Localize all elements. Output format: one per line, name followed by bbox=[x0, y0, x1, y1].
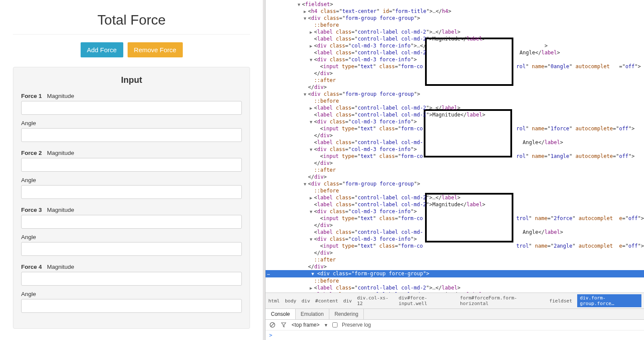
magnitude-label: Magnitude bbox=[47, 150, 74, 156]
force-group-2: Force 2Magnitude Angle bbox=[21, 150, 242, 204]
force-4-angle-input[interactable] bbox=[21, 299, 242, 313]
force-group-3: Force 3Magnitude Angle bbox=[21, 207, 242, 261]
crumb-item[interactable]: #content bbox=[315, 298, 338, 304]
expand-arrow-icon[interactable]: ▶ bbox=[309, 195, 313, 201]
force-4-magnitude-input[interactable] bbox=[21, 272, 242, 286]
console-prompt[interactable]: > bbox=[266, 331, 644, 340]
expand-dots-icon[interactable]: … bbox=[266, 270, 271, 277]
preserve-log-label: Preserve log bbox=[342, 322, 371, 328]
expand-arrow-icon[interactable]: ▼ bbox=[303, 15, 307, 22]
remove-force-button[interactable]: Remove Force bbox=[128, 42, 183, 57]
devtools-pane: ▼ <fieldset> ▶ <h4 class="text-center" i… bbox=[265, 0, 644, 340]
clear-console-icon[interactable] bbox=[269, 321, 276, 328]
force-name-label: Force 4 bbox=[21, 264, 47, 270]
magnitude-label: Magnitude bbox=[47, 207, 74, 213]
magnitude-label: Magnitude bbox=[47, 264, 74, 270]
filter-icon[interactable] bbox=[280, 321, 287, 328]
frame-selector[interactable]: <top frame> bbox=[291, 322, 319, 328]
expand-arrow-icon[interactable]: ▶ bbox=[309, 285, 313, 292]
button-row: Add Force Remove Force bbox=[13, 42, 250, 57]
crumb-item[interactable]: form#forceForm.form-horizontal bbox=[460, 295, 544, 306]
expand-arrow-icon[interactable]: ▶ bbox=[309, 29, 313, 36]
magnitude-label: Magnitude bbox=[47, 93, 74, 99]
add-force-button[interactable]: Add Force bbox=[81, 42, 123, 57]
drawer-tabs: Console Emulation Rendering bbox=[266, 309, 644, 320]
svg-line-1 bbox=[271, 323, 275, 327]
expand-arrow-icon[interactable]: ▶ bbox=[309, 43, 313, 50]
elements-tree[interactable]: ▼ <fieldset> ▶ <h4 class="text-center" i… bbox=[266, 0, 644, 293]
angle-label: Angle bbox=[21, 234, 36, 240]
angle-label: Angle bbox=[21, 291, 36, 297]
tab-console[interactable]: Console bbox=[266, 309, 295, 319]
angle-label: Angle bbox=[21, 177, 36, 183]
crumb-item[interactable]: div.col-xs-12 bbox=[357, 295, 394, 306]
crumb-item[interactable]: div bbox=[301, 298, 310, 304]
preserve-log-checkbox[interactable] bbox=[332, 322, 338, 327]
dom-breadcrumb[interactable]: html body div #content div div.col-xs-12… bbox=[266, 293, 644, 309]
selected-dom-node[interactable]: … ▼ <div class="form-group force-group"> bbox=[266, 270, 644, 277]
force-name-label: Force 1 bbox=[21, 93, 47, 99]
dropdown-arrow-icon[interactable]: ▼ bbox=[324, 323, 328, 327]
expand-arrow-icon[interactable]: ▼ bbox=[297, 1, 301, 8]
crumb-item-active[interactable]: div.form-group.force… bbox=[577, 294, 641, 307]
crumb-item[interactable]: div bbox=[343, 298, 352, 304]
force-1-angle-input[interactable] bbox=[21, 128, 242, 142]
expand-arrow-icon[interactable]: ▶ bbox=[309, 105, 313, 112]
force-2-magnitude-input[interactable] bbox=[21, 158, 242, 172]
force-name-label: Force 2 bbox=[21, 150, 47, 156]
force-3-magnitude-input[interactable] bbox=[21, 215, 242, 229]
page-title: Total Force bbox=[13, 4, 250, 34]
expand-arrow-icon[interactable]: ▼ bbox=[309, 236, 313, 243]
crumb-item[interactable]: div#force-input.well bbox=[399, 295, 455, 306]
app-preview-pane: Total Force Add Force Remove Force Input… bbox=[0, 0, 263, 340]
tab-rendering[interactable]: Rendering bbox=[329, 309, 364, 319]
force-group-1: Force 1Magnitude Angle bbox=[21, 93, 242, 147]
title-separator bbox=[13, 34, 250, 35]
force-2-angle-input[interactable] bbox=[21, 185, 242, 199]
input-well: Input Force 1Magnitude Angle Force 2Magn… bbox=[13, 67, 250, 329]
angle-label: Angle bbox=[21, 120, 36, 126]
expand-arrow-icon[interactable]: ▼ bbox=[309, 57, 313, 63]
force-group-4: Force 4Magnitude Angle bbox=[21, 264, 242, 318]
input-heading: Input bbox=[21, 75, 242, 85]
expand-arrow-icon[interactable]: ▼ bbox=[309, 146, 313, 153]
crumb-item[interactable]: body bbox=[285, 298, 297, 304]
expand-arrow-icon[interactable]: ▼ bbox=[303, 181, 307, 188]
crumb-item[interactable]: fieldset bbox=[549, 298, 572, 304]
expand-arrow-icon[interactable]: ▶ bbox=[303, 8, 307, 15]
console-toolbar: <top frame> ▼ Preserve log bbox=[266, 320, 644, 331]
force-name-label: Force 3 bbox=[21, 207, 47, 213]
expand-arrow-icon[interactable]: ▼ bbox=[309, 119, 313, 126]
expand-arrow-icon[interactable]: ▼ bbox=[309, 208, 313, 215]
force-3-angle-input[interactable] bbox=[21, 242, 242, 256]
expand-arrow-icon[interactable]: ▼ bbox=[303, 91, 307, 98]
tab-emulation[interactable]: Emulation bbox=[296, 309, 329, 319]
force-1-magnitude-input[interactable] bbox=[21, 101, 242, 115]
crumb-item[interactable]: html bbox=[268, 298, 280, 304]
